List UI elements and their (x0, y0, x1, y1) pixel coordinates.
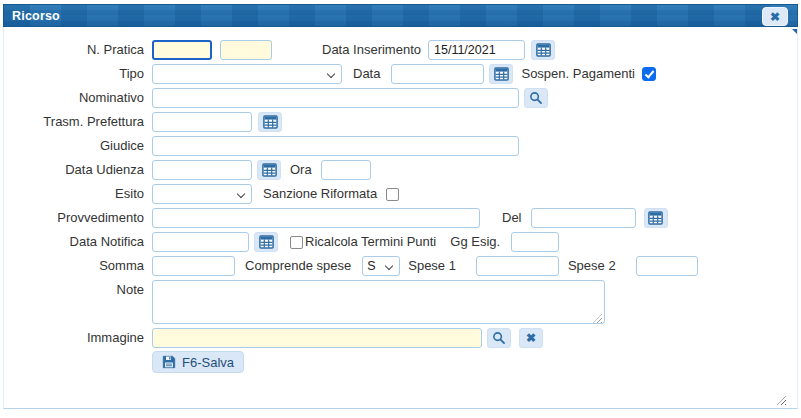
spese1-label: Spese 1 (408, 256, 456, 276)
del-label: Del (502, 208, 522, 228)
row-save: F6-Salva (4, 352, 797, 372)
provvedimento-input[interactable] (152, 208, 480, 228)
trasm-prefettura-input[interactable] (152, 112, 252, 132)
del-input[interactable] (531, 208, 636, 228)
immagine-clear-button[interactable]: ✖ (519, 328, 543, 348)
somma-label: Somma (4, 256, 144, 276)
gg-esig-input[interactable] (511, 232, 559, 252)
data-udienza-input[interactable] (152, 160, 252, 180)
data-notifica-input[interactable] (152, 232, 249, 252)
sanzione-riformata-label: Sanzione Riformata (263, 184, 377, 204)
row-provvedimento: Provvedimento Del (4, 208, 797, 228)
row-giudice: Giudice (4, 136, 797, 156)
giudice-input[interactable] (152, 136, 519, 156)
data-inserimento-calendar-button[interactable] (531, 40, 555, 60)
dialog-resize-grip[interactable] (777, 396, 786, 405)
trasm-prefettura-calendar-button[interactable] (258, 112, 282, 132)
sospen-pagamenti-checkbox[interactable] (642, 67, 656, 81)
row-esito: Esito Sanzione Riformata (4, 184, 797, 204)
gg-esig-label: Gg Esig. (450, 232, 500, 252)
calendar-icon (648, 211, 663, 225)
spese2-input[interactable] (636, 256, 698, 276)
row-tipo: Tipo Data Sospen. Pagamenti (4, 64, 797, 84)
sospen-pagamenti-label: Sospen. Pagamenti (521, 64, 634, 84)
esito-label: Esito (4, 184, 144, 204)
comprende-spese-select[interactable]: S (362, 256, 400, 276)
save-button[interactable]: F6-Salva (152, 351, 244, 373)
spese2-label: Spese 2 (568, 256, 616, 276)
title-bar[interactable]: Ricorso ✖ (3, 4, 798, 27)
corner-scroll-mark (792, 29, 797, 34)
row-data-udienza: Data Udienza Ora (4, 160, 797, 180)
n-pratica-input-1[interactable] (152, 40, 212, 60)
data-notifica-calendar-button[interactable] (254, 232, 278, 252)
row-nominativo: Nominativo (4, 88, 797, 108)
sanzione-riformata-checkbox[interactable] (386, 188, 399, 201)
save-floppy-icon (162, 355, 176, 369)
calendar-icon (536, 43, 551, 57)
comprende-spese-label: Comprende spese (245, 256, 351, 276)
close-button[interactable]: ✖ (762, 7, 788, 26)
giudice-label: Giudice (4, 136, 144, 156)
n-pratica-label: N. Pratica (4, 40, 144, 60)
calendar-icon (494, 67, 509, 81)
row-somma: Somma Comprende spese S Spese 1 Spese 2 (4, 256, 797, 276)
provvedimento-label: Provvedimento (4, 208, 144, 228)
calendar-icon (263, 115, 278, 129)
esito-select[interactable] (152, 184, 252, 204)
row-immagine: Immagine ✖ (4, 328, 797, 348)
nominativo-search-button[interactable] (524, 88, 548, 108)
tipo-select[interactable] (152, 64, 342, 84)
nominativo-input[interactable] (152, 88, 519, 108)
ricorso-form: N. Pratica Data Inserimento Tipo Data So… (4, 27, 797, 372)
data-udienza-calendar-button[interactable] (257, 160, 281, 180)
dialog-title: Ricorso (12, 9, 60, 23)
clear-x-icon: ✖ (526, 332, 536, 344)
n-pratica-input-2[interactable] (220, 40, 272, 60)
somma-input[interactable] (152, 256, 235, 276)
search-icon (492, 331, 506, 345)
data-inserimento-label: Data Inserimento (322, 40, 421, 60)
spese1-input[interactable] (476, 256, 559, 276)
calendar-icon (262, 163, 277, 177)
trasm-prefettura-label: Trasm. Prefettura (4, 112, 144, 132)
row-n-pratica: N. Pratica Data Inserimento (4, 40, 797, 60)
row-note: Note (4, 280, 797, 324)
calendar-icon (259, 235, 274, 249)
row-data-notifica: Data Notifica Ricalcola Termini Punti Gg… (4, 232, 797, 252)
data-calendar-button[interactable] (489, 64, 513, 84)
search-icon (529, 91, 543, 105)
data-input[interactable] (391, 64, 484, 84)
immagine-label: Immagine (4, 328, 144, 348)
data-inserimento-input[interactable] (428, 40, 525, 60)
close-icon: ✖ (770, 11, 780, 23)
ricalcola-termini-punti-label: Ricalcola Termini Punti (305, 232, 436, 252)
note-label: Note (4, 280, 144, 300)
data-label: Data (353, 64, 380, 84)
note-textarea[interactable] (152, 280, 605, 324)
immagine-input[interactable] (152, 328, 482, 348)
ricorso-dialog: Ricorso ✖ N. Pratica Data Inserimento Ti… (3, 4, 798, 409)
data-udienza-label: Data Udienza (4, 160, 144, 180)
row-trasm-prefettura: Trasm. Prefettura (4, 112, 797, 132)
ricalcola-termini-punti-checkbox[interactable] (290, 236, 303, 249)
save-button-label: F6-Salva (182, 355, 234, 370)
data-notifica-label: Data Notifica (4, 232, 144, 252)
nominativo-label: Nominativo (4, 88, 144, 108)
tipo-label: Tipo (4, 64, 144, 84)
ora-input[interactable] (321, 160, 371, 180)
ora-label: Ora (290, 160, 312, 180)
immagine-search-button[interactable] (487, 328, 511, 348)
del-calendar-button[interactable] (644, 208, 668, 228)
